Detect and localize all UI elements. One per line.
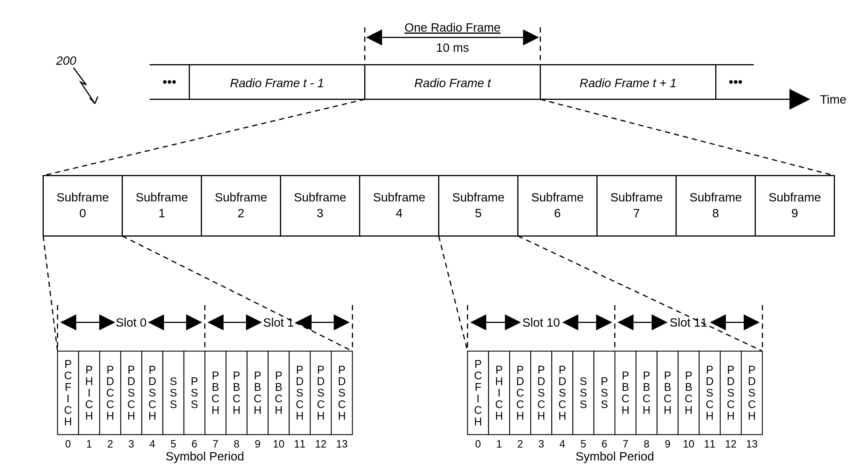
symbol-channel-letter: H (338, 410, 345, 422)
symbol-channel-letter: S (580, 398, 587, 410)
symbol-channel-letter: H (643, 404, 650, 416)
expand-line (43, 99, 365, 176)
symbol-channel-letter: F (475, 381, 481, 393)
subframe-label: Subframe (135, 190, 188, 204)
symbol-channel-letter: C (685, 392, 692, 405)
slot-indicator-right: Slot 10 Slot 11 (467, 305, 763, 351)
symbol-channel-letter: S (601, 398, 608, 410)
symbol-index: 7 (623, 438, 628, 450)
svg-rect-15 (439, 176, 518, 236)
symbol-index: 9 (255, 438, 260, 450)
symbol-index: 4 (559, 438, 565, 450)
symbol-channel-letter: H (664, 404, 672, 416)
subframe-label: Subframe (56, 190, 109, 204)
symbol-channel-letter: C (706, 398, 713, 410)
symbol-index: 4 (149, 438, 155, 450)
symbol-channel-letter: D (727, 375, 735, 387)
symbol-channel-letter: H (495, 410, 503, 422)
slot-11-label: Slot 11 (670, 316, 708, 329)
symbol-channel-letter: P (474, 358, 482, 370)
subframe-label: Subframe (215, 190, 267, 204)
symbol-index: 2 (107, 438, 113, 450)
symbol-channel-letter: H (85, 375, 93, 387)
symbol-channel-letter: H (275, 404, 282, 416)
symbol-channel-letter: C (296, 398, 304, 410)
symbol-channel-letter: P (149, 364, 156, 376)
symbol-channel-letter: F (65, 381, 71, 393)
symbol-period-label-left: Symbol Period (165, 449, 244, 463)
symbol-channel-letter: S (601, 387, 608, 399)
symbol-channel-letter: D (558, 375, 566, 387)
symbol-channel-letter: C (474, 404, 482, 416)
symbol-channel-letter: P (338, 364, 345, 376)
subframe-index: 7 (633, 206, 640, 220)
svg-rect-12 (202, 176, 280, 236)
radio-frame-strip: ••• Radio Frame t - 1 Radio Frame t Radi… (150, 65, 846, 106)
symbol-channel-letter: D (106, 375, 114, 387)
symbol-channel-letter: C (516, 398, 524, 410)
symbol-channel-letter: H (296, 410, 304, 422)
symbol-channel-letter: P (495, 364, 503, 376)
symbol-channel-letter: B (233, 381, 240, 393)
svg-rect-14 (360, 176, 439, 236)
symbol-channel-letter: D (149, 375, 156, 387)
subframe-index: 8 (712, 206, 719, 220)
symbol-channel-letter: P (86, 364, 93, 376)
symbol-channel-letter: D (338, 375, 345, 387)
symbol-channel-letter: H (516, 410, 524, 422)
frame-t: Radio Frame t (414, 76, 491, 90)
symbol-channel-letter: C (254, 392, 261, 405)
symbol-channel-letter: C (643, 392, 650, 405)
symbol-channel-letter: H (558, 410, 566, 422)
symbol-channel-letter: P (706, 364, 713, 376)
ellipsis-left: ••• (162, 74, 176, 89)
subframe-label: Subframe (769, 190, 821, 204)
symbol-channel-letter: P (254, 370, 261, 382)
svg-rect-10 (43, 176, 122, 236)
symbol-channel-letter: H (232, 404, 240, 416)
symbol-channel-letter: S (338, 387, 345, 399)
symbol-channel-letter: H (495, 375, 503, 387)
svg-line-22 (439, 236, 467, 351)
subframe-index: 0 (80, 206, 86, 220)
symbol-channel-letter: S (580, 375, 587, 387)
subframe-label: Subframe (689, 190, 742, 204)
symbol-index: 0 (65, 438, 71, 450)
subframe-label: Subframe (373, 190, 425, 204)
subframe-index: 2 (238, 206, 244, 220)
symbol-channel-letter: S (706, 387, 713, 399)
symbol-channel-letter: S (748, 387, 755, 399)
subframe-index: 9 (792, 206, 798, 220)
symbol-channel-letter: P (748, 364, 755, 376)
subframe-index: 4 (396, 206, 403, 220)
symbol-channel-letter: P (601, 375, 608, 387)
symbol-channel-letter: C (537, 398, 545, 410)
symbol-index: 12 (725, 438, 737, 450)
symbol-index: 5 (581, 438, 586, 450)
symbol-channel-letter: S (170, 387, 177, 399)
symbol-channel-letter: H (149, 410, 156, 422)
subframe-index: 3 (317, 206, 323, 220)
symbol-channel-letter: S (317, 387, 324, 399)
symbol-channel-letter: H (685, 404, 692, 416)
symbol-channel-letter: P (106, 364, 114, 376)
symbol-channel-letter: C (338, 398, 345, 410)
symbol-index: 3 (538, 438, 544, 450)
symbol-channel-letter: H (106, 410, 114, 422)
symbol-channel-letter: P (685, 370, 692, 382)
symbol-channel-letter: P (191, 375, 198, 387)
symbol-channel-letter: S (727, 387, 734, 399)
symbol-group-right: PCFICH0PHICH1PDCCH2PDSCH3PDSCH4SSS5PSS6P… (467, 351, 763, 450)
symbol-index: 5 (170, 438, 176, 450)
symbol-channel-letter: H (254, 404, 261, 416)
symbol-channel-letter: B (275, 381, 282, 393)
svg-line-23 (518, 236, 763, 351)
symbol-channel-letter: C (232, 392, 240, 405)
symbol-group-left: PCFICH0PHICH1PDCCH2PDSCH3PDSCH4SSS5PSS6P… (58, 351, 352, 450)
symbol-channel-letter: C (127, 398, 135, 410)
symbol-channel-letter: C (64, 404, 72, 416)
figure-pointer (73, 68, 95, 104)
ellipsis-right: ••• (729, 74, 743, 89)
symbol-channel-letter: S (580, 387, 587, 399)
symbol-index: 13 (336, 438, 347, 450)
